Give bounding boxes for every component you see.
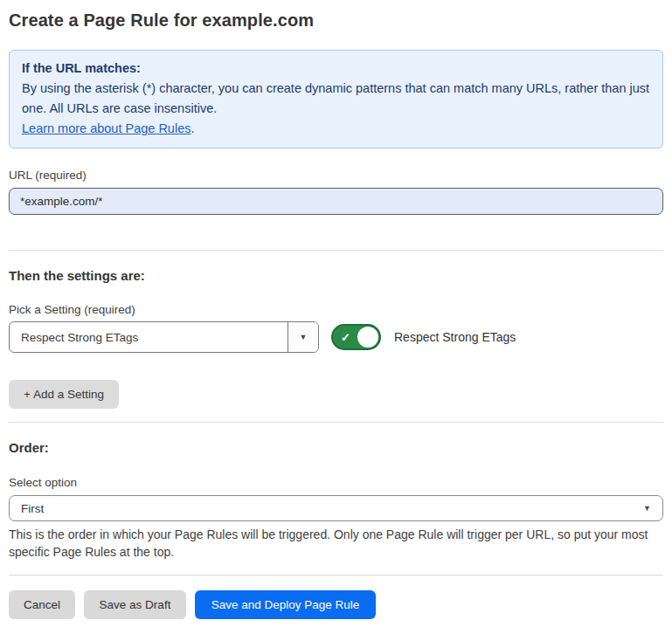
save-draft-button[interactable]: Save as Draft xyxy=(84,590,186,619)
learn-more-link[interactable]: Learn more about Page Rules xyxy=(22,121,191,135)
settings-section-heading: Then the settings are: xyxy=(9,268,663,283)
setting-toggle-group: ✓ Respect Strong ETags xyxy=(331,324,516,350)
info-box-heading: If the URL matches: xyxy=(22,59,650,79)
setting-dropdown-button[interactable]: ▼ xyxy=(288,322,318,352)
setting-dropdown[interactable]: Respect Strong ETags ▼ xyxy=(9,321,319,353)
toggle-knob xyxy=(357,327,378,348)
create-page-rule-form: Create a Page Rule for example.com If th… xyxy=(0,9,672,619)
url-input[interactable] xyxy=(9,188,663,215)
order-select[interactable]: First ▼ xyxy=(9,495,663,521)
pick-setting-label: Pick a Setting (required) xyxy=(9,303,663,316)
page-title: Create a Page Rule for example.com xyxy=(9,9,663,31)
caret-down-icon: ▼ xyxy=(300,333,308,341)
info-box-body: By using the asterisk (*) character, you… xyxy=(22,79,650,119)
divider xyxy=(9,250,663,251)
save-deploy-button[interactable]: Save and Deploy Page Rule xyxy=(195,590,376,619)
order-select-value: First xyxy=(21,502,643,515)
add-setting-button[interactable]: + Add a Setting xyxy=(9,380,119,409)
info-box-link-line: Learn more about Page Rules. xyxy=(22,119,650,139)
url-match-info-box: If the URL matches: By using the asteris… xyxy=(9,50,663,148)
order-helper-text: This is the order in which your Page Rul… xyxy=(9,527,663,561)
setting-toggle-label: Respect Strong ETags xyxy=(394,330,516,344)
order-section-heading: Order: xyxy=(9,440,663,455)
footer-actions: Cancel Save as Draft Save and Deploy Pag… xyxy=(9,590,663,619)
cancel-button[interactable]: Cancel xyxy=(9,590,75,619)
divider xyxy=(9,422,663,423)
divider xyxy=(9,575,663,575)
setting-toggle[interactable]: ✓ xyxy=(331,324,381,350)
setting-row: Respect Strong ETags ▼ ✓ Respect Strong … xyxy=(9,321,663,353)
setting-dropdown-value: Respect Strong ETags xyxy=(10,322,288,352)
order-select-label: Select option xyxy=(9,476,663,489)
caret-down-icon: ▼ xyxy=(643,504,651,513)
checkmark-icon: ✓ xyxy=(341,332,350,343)
link-suffix: . xyxy=(191,121,194,135)
url-field-label: URL (required) xyxy=(9,169,663,182)
